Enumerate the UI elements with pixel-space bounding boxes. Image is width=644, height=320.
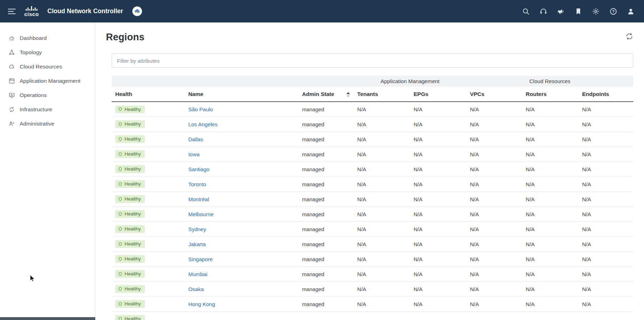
vpcs-cell: N/A [466, 296, 522, 311]
health-badge: Healthy [115, 240, 145, 248]
sidebar-item-label: Application Management [20, 78, 81, 84]
column-header-admin-state[interactable]: Admin State [298, 87, 354, 102]
endpoints-cell: N/A [578, 296, 633, 311]
epgs-cell: N/A [410, 162, 466, 177]
health-label: Healthy [125, 167, 141, 172]
page-header: Regions [106, 32, 633, 43]
main-content: Regions Application ManagementCloud Reso… [95, 22, 644, 320]
table-row: HealthyOsakamanagedN/AN/AN/AN/AN/A [112, 281, 633, 296]
shield-icon [118, 257, 122, 261]
epgs-cell: N/A [410, 252, 466, 266]
help-icon[interactable]: ? [609, 7, 617, 15]
vpcs-cell: N/A [466, 207, 522, 222]
refresh-button[interactable] [625, 32, 633, 40]
table-row: HealthyDallasmanagedN/AN/AN/AN/AN/A [112, 132, 633, 147]
assistant-icon[interactable] [539, 7, 547, 15]
search-icon[interactable] [522, 7, 530, 15]
table-row-partial: Healthy [112, 311, 633, 320]
sidebar-item-cloud-resources[interactable]: Cloud Resources [0, 60, 95, 74]
region-link[interactable]: Melbourne [188, 211, 214, 217]
sidebar-item-label: Infrastructure [20, 106, 52, 113]
sidebar-item-operations[interactable]: Operations [0, 88, 95, 102]
column-header-name[interactable]: Name [185, 87, 299, 102]
sort-control[interactable] [346, 92, 350, 97]
health-cell: Healthy [112, 266, 185, 281]
region-link[interactable]: Sydney [188, 226, 206, 232]
announcement-icon[interactable] [557, 7, 565, 15]
admin-state-cell: managed [298, 147, 354, 162]
region-link[interactable]: Mumbai [188, 271, 207, 277]
shield-icon [118, 167, 122, 171]
admin-state-cell: managed [298, 252, 354, 266]
admin-state-cell: managed [298, 266, 354, 281]
table-row: HealthyHong KongmanagedN/AN/AN/AN/AN/A [112, 296, 633, 311]
column-header-health[interactable]: Health [112, 87, 185, 102]
health-cell: Healthy [112, 296, 185, 311]
health-cell: Healthy [112, 252, 185, 266]
region-link[interactable]: Singapore [188, 256, 213, 262]
sidebar-item-administrative[interactable]: Administrative [0, 117, 95, 131]
region-link[interactable]: Iowa [188, 151, 200, 157]
column-header-endpoints[interactable]: Endpoints [578, 87, 633, 102]
health-badge: Healthy [115, 165, 145, 173]
health-label: Healthy [125, 301, 141, 306]
name-cell: São Paulo [185, 102, 299, 117]
infrastructure-icon [9, 106, 15, 113]
column-header-epgs[interactable]: EPGs [410, 87, 466, 102]
vpcs-cell: N/A [466, 177, 522, 192]
cisco-wordmark: cisco [24, 11, 39, 17]
region-link[interactable]: Santiago [188, 166, 209, 172]
menu-icon[interactable] [7, 7, 16, 16]
region-link[interactable]: São Paulo [188, 106, 213, 112]
column-header-routers[interactable]: Routers [522, 87, 579, 102]
health-cell: Healthy [112, 147, 185, 162]
sidebar-item-topology[interactable]: Topology [0, 45, 95, 60]
column-header-vpcs[interactable]: VPCs [466, 87, 522, 102]
region-link[interactable]: Osaka [188, 286, 204, 292]
tenants-cell: N/A [354, 266, 410, 281]
shield-icon [118, 197, 122, 201]
region-link[interactable]: Hong Kong [188, 301, 215, 307]
epgs-cell: N/A [410, 102, 466, 117]
settings-icon[interactable] [592, 7, 600, 15]
routers-cell: N/A [522, 132, 579, 147]
user-icon[interactable] [627, 7, 635, 15]
bookmark-icon[interactable] [574, 7, 582, 15]
health-label: Healthy [125, 107, 141, 112]
admin-state-cell: managed [298, 102, 354, 117]
sidebar-item-dashboard[interactable]: Dashboard [0, 31, 95, 45]
region-link[interactable]: Dallas [188, 136, 203, 142]
shield-icon [118, 137, 122, 141]
sidebar-item-infrastructure[interactable]: Infrastructure [0, 102, 95, 117]
sidebar-item-application-management[interactable]: Application Management [0, 74, 95, 88]
filter-input[interactable] [112, 54, 633, 68]
name-cell: Santiago [185, 162, 299, 177]
health-label: Healthy [125, 242, 141, 247]
app-title: Cloud Network Controller [47, 7, 123, 15]
sidebar-item-label: Operations [20, 92, 47, 98]
health-label: Healthy [125, 271, 141, 276]
layout: DashboardTopologyCloud ResourcesApplicat… [0, 22, 644, 320]
health-label: Healthy [125, 137, 141, 142]
routers-cell: N/A [522, 192, 579, 207]
region-link[interactable]: Los Angeles [188, 121, 218, 127]
health-cell: Healthy [112, 281, 185, 296]
shield-icon [118, 272, 122, 276]
epgs-cell: N/A [410, 222, 466, 237]
health-cell: Healthy [112, 162, 185, 177]
health-label: Healthy [125, 227, 141, 232]
epgs-cell [410, 311, 466, 320]
health-badge: Healthy [115, 150, 145, 158]
column-header-tenants[interactable]: Tenants [354, 87, 410, 102]
horizontal-scrollbar[interactable] [0, 317, 95, 320]
health-cell: Healthy [112, 102, 185, 117]
routers-cell: N/A [522, 147, 579, 162]
shield-icon [118, 122, 122, 126]
routers-cell: N/A [522, 281, 579, 296]
endpoints-cell: N/A [578, 266, 633, 281]
region-link[interactable]: Jakarta [188, 241, 206, 247]
region-link[interactable]: Montréal [188, 196, 209, 202]
vpcs-cell: N/A [466, 132, 522, 147]
region-link[interactable]: Toronto [188, 181, 206, 187]
health-badge: Healthy [115, 255, 145, 263]
